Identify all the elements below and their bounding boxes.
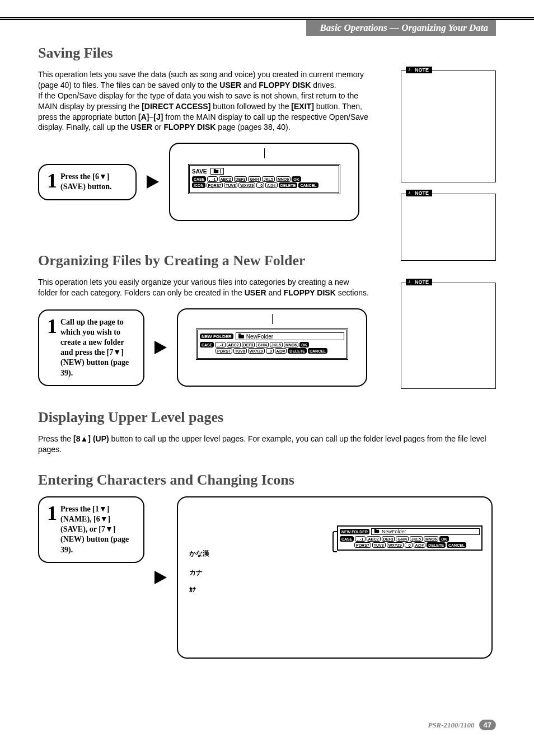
- saving-files-paragraph: This operation lets you save the data (s…: [38, 69, 371, 133]
- lcd-btn: GHI4: [248, 176, 260, 182]
- displaying-paragraph: Press the [8▲] (UP) button to call up th…: [38, 434, 496, 455]
- page-number: 47: [479, 720, 496, 730]
- lcd-btn: ABC2: [227, 342, 241, 348]
- jp-item-3: ｶﾅ: [189, 586, 196, 594]
- lcd-btn: GHI4: [256, 342, 268, 348]
- step-bubble-save: 1 Press the [6▼] (SAVE) button.: [38, 164, 137, 200]
- step-number: 1: [47, 173, 57, 189]
- lcd-btn: ._-1: [207, 176, 217, 182]
- step-number: 1: [47, 505, 57, 522]
- jp-item-1: かな漢: [189, 549, 209, 558]
- lcd-frame-newfolder: NEW FOLDER NewFolder CASE ._-1 ABC2 DEF3…: [177, 308, 367, 387]
- file-icon: [213, 170, 218, 173]
- lcd-newfolder-name: NewFolder: [246, 334, 273, 340]
- lcd-btn: DEF3: [234, 176, 247, 182]
- lcd-btn: MNO6: [424, 536, 438, 542]
- lcd-btn: _0: [405, 542, 413, 548]
- heading-organizing: Organizing Files by Creating a New Folde…: [38, 252, 496, 269]
- footer-model: PSR-2100/1100: [428, 721, 474, 730]
- lcd-btn: ABC2: [219, 176, 233, 182]
- lcd-btn-icon: ICON: [192, 182, 205, 188]
- lcd-btn-ok: OK: [439, 536, 449, 542]
- lcd-btn-cancel: CANCEL: [298, 182, 318, 188]
- organizing-paragraph: This operation lets you easily organize …: [38, 277, 371, 298]
- arrow-icon: [154, 341, 167, 354]
- lcd-save-name-field: [210, 168, 224, 175]
- lcd-btn-delete: DELETE: [279, 182, 298, 188]
- lcd-screen-newfolder: NEW FOLDER NewFolder CASE ._-1 ABC2 DEF3…: [196, 328, 348, 360]
- section-header-title: Basic Operations — Organizing Your Data: [306, 20, 496, 36]
- heading-displaying: Displaying Upper Level pages: [38, 409, 496, 426]
- lcd-newfolder-name: NewFolder: [382, 529, 406, 534]
- lcd-btn: ABC2: [367, 536, 381, 542]
- lcd-frame-entering: かな漢 カナ ｶﾅ NEW FOLDER NewFolder CASE ._-1: [177, 496, 493, 659]
- footer: PSR-2100/1100 47: [428, 720, 496, 730]
- lcd-newfolder-name-field: NewFolder: [236, 332, 344, 340]
- lcd-btn: JKL5: [262, 176, 275, 182]
- section-header: Basic Operations — Organizing Your Data: [46, 20, 496, 36]
- lcd-btn-case: CASE: [200, 342, 214, 348]
- lcd-save-title: SAVE: [192, 168, 207, 175]
- lcd-btn-case: CASE: [192, 176, 206, 182]
- lcd-btn: A@¢: [414, 542, 426, 548]
- lcd-btn: ._-1: [215, 342, 225, 348]
- lcd-btn: DEF3: [242, 342, 255, 348]
- jp-item-2: カナ: [189, 568, 203, 577]
- cursor-icon: [220, 169, 221, 173]
- step-bubble-entering: 1 Press the [1▼] (NAME), [6▼] (SAVE), or…: [38, 496, 144, 563]
- heading-entering: Entering Characters and Changing Icons: [38, 472, 496, 489]
- arrow-icon: [154, 571, 167, 584]
- lcd-newfolder-title: NEW FOLDER: [200, 334, 233, 339]
- lcd-screen-save: SAVE CASE ._-1 ABC2 DEF3 GHI4 JKL5 MNO6 …: [188, 164, 340, 194]
- lcd-btn: ._-1: [355, 536, 365, 542]
- lcd-btn-delete: DELETE: [427, 542, 446, 548]
- lcd-newfolder-name-field-small: NewFolder: [371, 528, 480, 535]
- step-text: Call up the page to which you wish to cr…: [60, 317, 135, 378]
- lcd-btn: JKL5: [410, 536, 423, 542]
- lcd-btn: MNO6: [284, 342, 298, 348]
- lcd-btn: GHI4: [396, 536, 408, 542]
- lcd-btn-case: CASE: [340, 536, 354, 542]
- lcd-btn-cancel: CANCEL: [447, 542, 466, 548]
- lcd-btn-cancel: CANCEL: [308, 348, 327, 354]
- lcd-btn: A@¢: [275, 348, 287, 354]
- bracket-icon: [332, 531, 337, 552]
- lcd-btn: PQRS7: [207, 182, 223, 188]
- pointer-tick: [272, 314, 273, 324]
- lcd-btn: TUV8: [224, 182, 237, 188]
- lcd-inset-entering: NEW FOLDER NewFolder CASE ._-1 ABC2 DEF3…: [337, 525, 483, 551]
- lcd-btn-delete: DELETE: [288, 348, 307, 354]
- lcd-btn: _0: [256, 182, 264, 188]
- folder-icon: [238, 335, 244, 338]
- lcd-btn: WXYZ9: [248, 348, 265, 354]
- heading-saving-files: Saving Files: [38, 45, 496, 62]
- lcd-btn-ok: OK: [292, 176, 301, 182]
- lcd-btn: MNO6: [276, 176, 291, 182]
- lcd-btn: _0: [266, 348, 274, 354]
- folder-icon: [374, 530, 379, 533]
- lcd-btn: DEF3: [382, 536, 395, 542]
- lcd-btn: WXYZ9: [387, 542, 404, 548]
- lcd-newfolder-title: NEW FOLDER: [340, 529, 369, 534]
- step-text: Press the [1▼] (NAME), [6▼] (SAVE), or […: [60, 504, 135, 555]
- lcd-btn: TUV8: [233, 348, 247, 354]
- arrow-icon: [147, 175, 159, 189]
- lcd-btn: PQRS7: [354, 542, 371, 548]
- lcd-btn-ok: OK: [299, 342, 309, 348]
- lcd-frame-save: SAVE CASE ._-1 ABC2 DEF3 GHI4 JKL5 MNO6 …: [169, 143, 359, 221]
- lcd-btn: A@¢: [265, 182, 278, 188]
- step-number: 1: [47, 318, 57, 335]
- step-bubble-new-folder: 1 Call up the page to which you wish to …: [38, 309, 144, 386]
- lcd-btn: PQRS7: [216, 348, 232, 354]
- lcd-btn: WXYZ9: [238, 182, 255, 188]
- pointer-tick: [264, 148, 265, 158]
- lcd-btn: JKL5: [270, 342, 283, 348]
- step-text: Press the [6▼] (SAVE) button.: [60, 172, 128, 192]
- lcd-btn: TUV8: [372, 542, 386, 548]
